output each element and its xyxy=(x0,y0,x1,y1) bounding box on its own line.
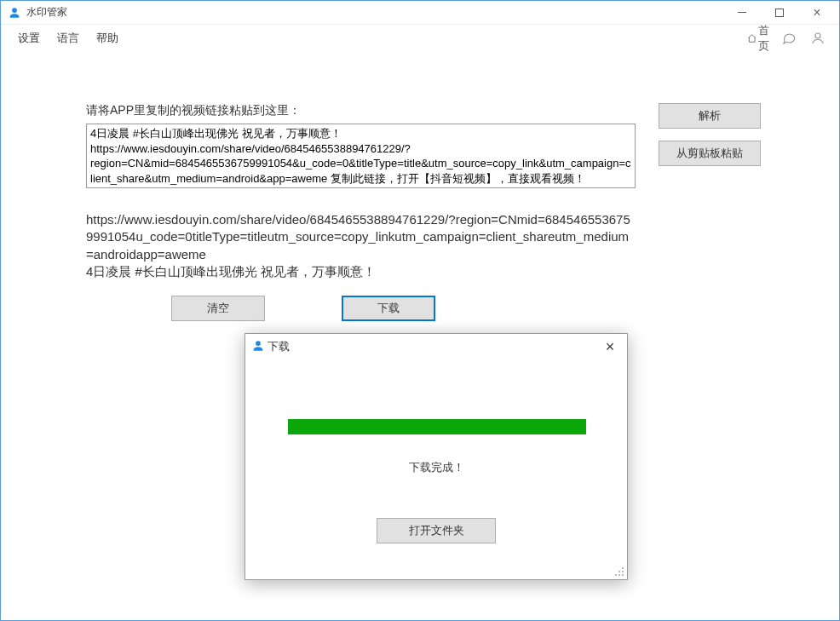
svg-rect-3 xyxy=(622,574,624,576)
url-input[interactable] xyxy=(86,124,636,188)
user-icon xyxy=(810,31,826,46)
menubar: 设置 语言 帮助 首页 xyxy=(1,25,839,52)
download-button[interactable]: 下载 xyxy=(342,296,435,321)
minimize-button[interactable] xyxy=(723,1,761,25)
menu-help[interactable]: 帮助 xyxy=(88,27,127,49)
home-button[interactable]: 首页 xyxy=(747,26,773,51)
dialog-body: 下载完成！ 打开文件夹 xyxy=(245,359,627,543)
download-status: 下载完成！ xyxy=(288,460,584,475)
dialog-app-icon xyxy=(252,340,264,354)
paste-from-clipboard-button[interactable]: 从剪贴板粘贴 xyxy=(659,141,761,166)
maximize-icon xyxy=(775,9,784,17)
svg-rect-1 xyxy=(622,571,624,572)
menu-language[interactable]: 语言 xyxy=(49,27,88,49)
dialog-title: 下载 xyxy=(268,339,290,354)
dialog-titlebar: 下载 × xyxy=(245,334,627,359)
close-icon: × xyxy=(606,338,615,356)
svg-rect-0 xyxy=(622,567,624,569)
account-button[interactable] xyxy=(805,26,831,51)
download-dialog: 下载 × 下载完成！ 打开文件夹 xyxy=(245,333,628,580)
parse-button[interactable]: 解析 xyxy=(659,103,761,129)
svg-rect-2 xyxy=(618,571,620,572)
menu-settings[interactable]: 设置 xyxy=(9,27,49,49)
home-label: 首页 xyxy=(758,23,773,54)
feedback-button[interactable] xyxy=(776,26,802,51)
main-window: 水印管家 × 设置 语言 帮助 首页 请将APP里复制的视频链接粘贴到这里： 解… xyxy=(0,0,840,621)
maximize-button[interactable] xyxy=(761,1,798,25)
svg-rect-5 xyxy=(615,574,617,576)
instruction-label: 请将APP里复制的视频链接粘贴到这里： xyxy=(86,103,640,118)
minimize-icon xyxy=(738,12,746,13)
home-icon xyxy=(747,31,757,46)
chat-icon xyxy=(781,31,797,46)
app-title: 水印管家 xyxy=(26,5,67,20)
titlebar: 水印管家 × xyxy=(1,1,839,25)
resize-grip[interactable] xyxy=(613,566,625,578)
close-button[interactable]: × xyxy=(798,1,836,25)
progress-bar xyxy=(288,419,586,434)
close-icon: × xyxy=(813,6,820,20)
open-folder-button[interactable]: 打开文件夹 xyxy=(377,518,496,543)
app-icon xyxy=(8,6,21,20)
svg-rect-4 xyxy=(618,574,620,576)
clear-button[interactable]: 清空 xyxy=(171,296,265,321)
content-area: 请将APP里复制的视频链接粘贴到这里： 解析 从剪贴板粘贴 https://ww… xyxy=(1,52,839,321)
dialog-close-button[interactable]: × xyxy=(600,336,620,357)
parsed-output: https://www.iesdouyin.com/share/video/68… xyxy=(86,211,636,280)
